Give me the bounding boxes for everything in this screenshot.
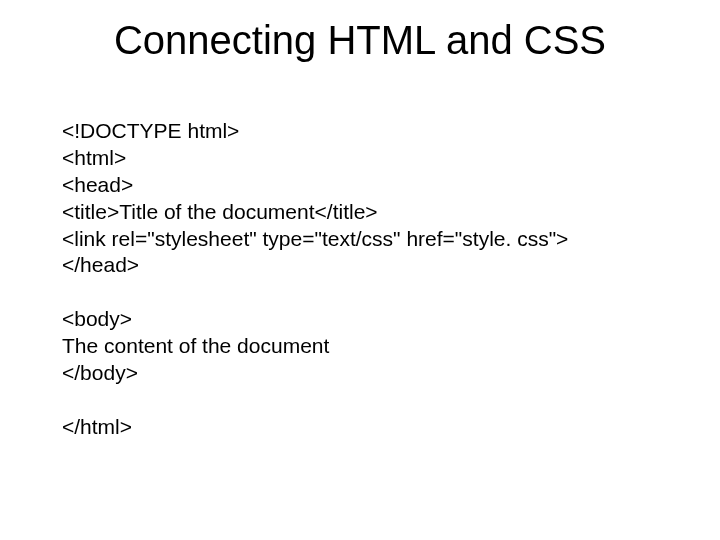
code-line: <title>Title of the document</title> [62, 199, 662, 226]
code-line: The content of the document [62, 333, 662, 360]
slide-title: Connecting HTML and CSS [0, 18, 720, 63]
slide: Connecting HTML and CSS <!DOCTYPE html> … [0, 0, 720, 540]
code-line: </body> [62, 360, 662, 387]
code-line: <html> [62, 145, 662, 172]
code-line: <body> [62, 306, 662, 333]
blank-line [62, 387, 662, 414]
code-line: </head> [62, 252, 662, 279]
code-line: </html> [62, 414, 662, 441]
slide-body: <!DOCTYPE html> <html> <head> <title>Tit… [62, 118, 662, 441]
blank-line [62, 279, 662, 306]
code-line: <head> [62, 172, 662, 199]
code-line: <link rel="stylesheet" type="text/css" h… [62, 226, 662, 253]
code-line: <!DOCTYPE html> [62, 118, 662, 145]
